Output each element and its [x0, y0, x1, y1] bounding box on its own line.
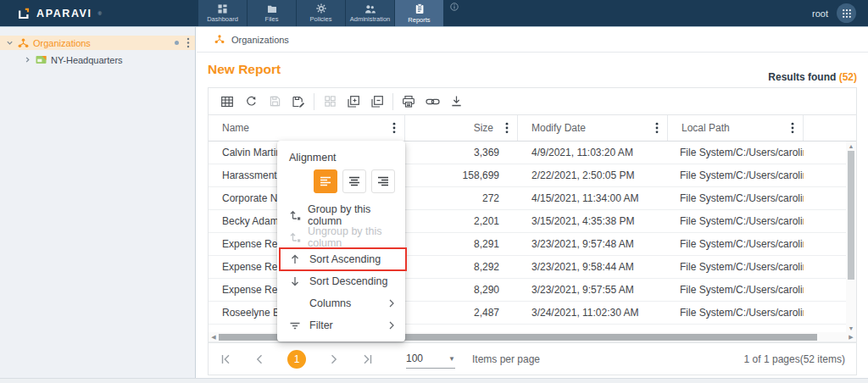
- status-dot: [175, 41, 179, 45]
- chevron-right-icon[interactable]: [24, 56, 32, 64]
- menu-item-columns[interactable]: Columns: [277, 292, 405, 314]
- alignment-label: Alignment: [277, 150, 405, 169]
- menu-item-group-by-column[interactable]: Group by this column: [277, 204, 405, 226]
- brand-name: APARAVI: [36, 8, 92, 19]
- alignment-options: [277, 169, 405, 204]
- next-page-button[interactable]: [328, 353, 340, 365]
- toolbar-separator: [314, 93, 314, 110]
- organization-icon: [18, 38, 29, 48]
- scroll-left-icon[interactable]: ◀: [209, 332, 218, 342]
- page-size-value: 100: [406, 352, 423, 364]
- scroll-right-icon[interactable]: ▶: [847, 332, 855, 342]
- tab-policies[interactable]: Policies: [297, 0, 346, 26]
- print-icon[interactable]: [397, 91, 420, 113]
- column-header-modify-date[interactable]: Modify Date: [518, 115, 668, 141]
- cell-modify-date: 3/15/2021, 4:35:38 PM: [518, 215, 668, 227]
- group-icon: [289, 209, 301, 221]
- align-left-button[interactable]: [314, 169, 337, 193]
- info-icon[interactable]: [450, 3, 459, 11]
- menu-item-filter[interactable]: Filter: [277, 314, 405, 336]
- last-page-button[interactable]: [362, 353, 374, 365]
- nav-tabs: Dashboard Files Policies Administration …: [198, 0, 444, 26]
- first-page-button[interactable]: [220, 353, 231, 365]
- tab-dashboard[interactable]: Dashboard: [198, 0, 248, 26]
- cell-modify-date: 3/23/2021, 9:58:44 AM: [518, 261, 668, 273]
- sidebar-item-label: NY-Headquarters: [51, 55, 123, 65]
- previous-page-button[interactable]: [253, 353, 265, 365]
- tab-label: Dashboard: [207, 15, 238, 23]
- sidebar-item-ny-headquarters[interactable]: NY-Headquarters: [0, 53, 195, 67]
- cell-local-path: File System/C:/Users/carolin...: [668, 169, 804, 181]
- toolbar-separator: [392, 93, 393, 110]
- cell-modify-date: 2/22/2021, 2:50:05 PM: [518, 169, 668, 181]
- tab-label: Reports: [408, 16, 430, 24]
- cell-size: 8,292: [405, 261, 518, 273]
- cell-local-path: File System/C:/Users/carolin...: [668, 147, 804, 158]
- menu-item-sort-descending[interactable]: Sort Descending: [277, 270, 405, 292]
- current-page-button[interactable]: 1: [287, 350, 306, 369]
- menu-item-sort-ascending[interactable]: Sort Ascending: [277, 248, 405, 270]
- vertical-scrollbar-thumb[interactable]: [848, 151, 854, 280]
- menu-item-label: Ungroup by this column: [308, 225, 395, 249]
- tab-reports[interactable]: Reports: [395, 0, 444, 26]
- pagination-bar: 1 100 ▼ Items per page 1 of 1 pages(52 i…: [209, 342, 856, 375]
- tab-administration[interactable]: Administration: [346, 0, 395, 26]
- column-menu-icon[interactable]: [655, 122, 659, 134]
- vertical-scrollbar[interactable]: ▲ ▼: [846, 142, 856, 332]
- folder-icon: [267, 4, 277, 14]
- page-title: New Report: [208, 62, 281, 77]
- page-size-select[interactable]: 100 ▼: [406, 350, 455, 369]
- cell-size: 2,487: [405, 307, 518, 319]
- column-menu-icon[interactable]: [791, 122, 794, 134]
- ungroup-icon: [289, 231, 301, 243]
- align-right-button[interactable]: [371, 169, 395, 193]
- download-icon[interactable]: [444, 91, 468, 113]
- dashboard-icon: [218, 4, 227, 14]
- tab-files[interactable]: Files: [248, 0, 297, 26]
- arrow-down-icon: [289, 275, 303, 287]
- layout-grid-icon: [318, 91, 342, 113]
- menu-item-label: Group by this column: [308, 203, 395, 227]
- kebab-menu-icon[interactable]: [186, 37, 190, 48]
- column-label: Modify Date: [531, 122, 655, 134]
- save-edit-icon[interactable]: [287, 91, 310, 113]
- cell-modify-date: 4/15/2021, 11:34:00 AM: [518, 192, 668, 204]
- cell-local-path: File System/C:/Users/carolin...: [668, 261, 804, 273]
- clipboard-icon: [415, 3, 425, 14]
- top-navbar: APARAVI ® Dashboard Files Policies Admin…: [0, 0, 868, 27]
- scroll-down-icon[interactable]: ▼: [846, 324, 856, 332]
- results-count: (52): [839, 71, 857, 83]
- tab-label: Policies: [310, 15, 332, 23]
- column-header-local-path[interactable]: Local Path: [668, 115, 804, 141]
- scroll-up-icon[interactable]: ▲: [846, 142, 856, 150]
- menu-item-label: Filter: [309, 319, 333, 331]
- users-icon: [364, 4, 376, 14]
- column-menu-icon[interactable]: [392, 122, 396, 134]
- sidebar-item-label: Organizations: [33, 38, 91, 48]
- column-menu-icon[interactable]: [505, 122, 509, 134]
- chevron-down-icon[interactable]: [6, 39, 14, 47]
- pagination-summary: 1 of 1 pages(52 items): [744, 353, 845, 365]
- column-header-size[interactable]: Size: [405, 115, 518, 141]
- breadcrumb-label[interactable]: Organizations: [231, 35, 289, 45]
- align-center-button[interactable]: [342, 169, 366, 193]
- sidebar-item-organizations[interactable]: Organizations: [0, 36, 195, 50]
- menu-item-label: Columns: [309, 297, 351, 309]
- table-icon[interactable]: [215, 91, 239, 113]
- cell-modify-date: 3/23/2021, 9:57:48 AM: [518, 238, 668, 250]
- gear-icon: [316, 3, 326, 14]
- apps-grid-button[interactable]: [837, 3, 856, 23]
- table-header: Name Size Modify Date Local Path: [209, 115, 856, 142]
- window-expand-icon[interactable]: [342, 91, 365, 113]
- refresh-icon[interactable]: [239, 91, 263, 113]
- window-collapse-icon[interactable]: [365, 91, 389, 113]
- menu-item-label: Sort Descending: [309, 275, 387, 287]
- cell-modify-date: 4/9/2021, 11:03:20 AM: [518, 147, 668, 158]
- menu-item-label: Sort Ascending: [309, 253, 381, 265]
- cell-local-path: File System/C:/Users/carolin...: [668, 238, 804, 250]
- column-label: Name: [222, 122, 392, 134]
- chevron-right-icon: [388, 299, 395, 308]
- link-icon[interactable]: [420, 91, 444, 113]
- column-header-name[interactable]: Name: [209, 115, 405, 141]
- cell-modify-date: 3/24/2021, 11:02:30 AM: [518, 307, 668, 319]
